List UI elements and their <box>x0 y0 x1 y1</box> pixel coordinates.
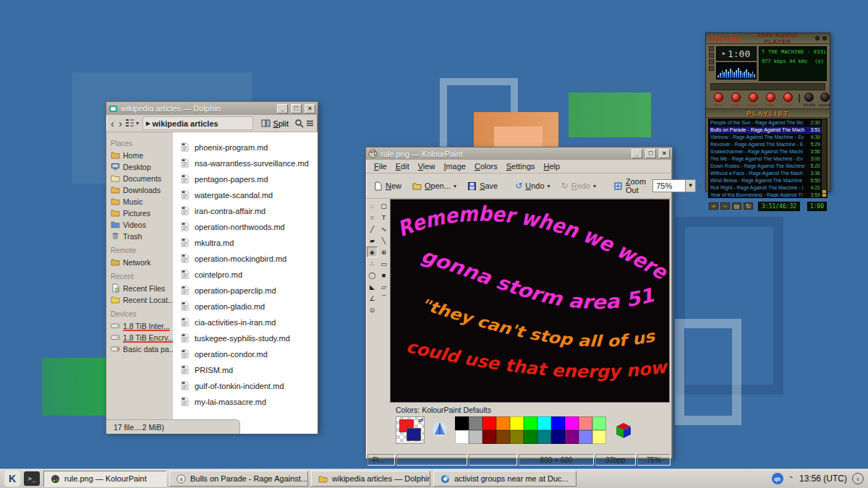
app-launcher-button[interactable]: K <box>4 471 20 487</box>
zoom-combo-caret-icon[interactable]: ▼ <box>685 180 695 192</box>
palette-swatch[interactable] <box>496 416 510 430</box>
taskbar-task[interactable]: activist groups near me at Duc... <box>433 471 576 487</box>
playlist-row[interactable]: Wind Below - Rage Against The Machine5:5… <box>709 177 822 184</box>
sidebar-item-trash[interactable]: Trash <box>111 231 173 242</box>
palette-swatch[interactable] <box>455 416 469 430</box>
file-item[interactable]: tuskegee-syphilis-study.md <box>180 330 318 346</box>
split-button[interactable]: Split <box>257 116 293 130</box>
palette-swatch[interactable] <box>482 416 496 430</box>
tool-ellipse[interactable]: ◯ <box>367 270 378 281</box>
file-item[interactable]: PRISM.md <box>180 362 318 378</box>
file-item[interactable]: pentagon-papers.md <box>180 171 318 187</box>
player-side-buttons[interactable] <box>709 46 714 81</box>
eject-button[interactable] <box>799 94 800 103</box>
menu-help[interactable]: Help <box>540 161 564 171</box>
pause-button[interactable]: pause <box>745 93 761 107</box>
tool-line[interactable]: ╱ <box>367 223 378 234</box>
file-item[interactable]: cointelpro.md <box>180 267 318 283</box>
palette-swatch[interactable] <box>510 430 524 444</box>
file-item[interactable]: gulf-of-tonkin-incident.md <box>180 378 318 394</box>
sidebar-item-basic-data-pa-[interactable]: Basic data pa... <box>111 343 173 355</box>
menu-image[interactable]: Image <box>440 161 469 171</box>
sidebar-item-music[interactable]: Music <box>111 196 173 207</box>
palette-swatch[interactable] <box>551 416 565 430</box>
file-item[interactable]: operation-condor.md <box>180 346 318 362</box>
tool-pen[interactable]: ╲ <box>378 235 389 246</box>
dolphin-close-button[interactable]: × <box>305 104 315 114</box>
playlist-row[interactable]: People of the Sun - Rage Against The Mc2… <box>709 119 822 127</box>
playlist-row[interactable]: Without a Face - Rage Against The Mach3:… <box>709 170 822 177</box>
sidebar-item-pictures[interactable]: Pictures <box>111 207 173 219</box>
sidebar-item-home[interactable]: Home <box>111 150 173 161</box>
palette-swatch[interactable] <box>579 416 592 430</box>
dolphin-window[interactable]: wikipedia articles — Dolphin _ □ × ‹ › ▾… <box>106 101 318 432</box>
playlist-row[interactable]: Down Rodeo - Rage Against The Machine5:2… <box>709 163 822 170</box>
playlist-row[interactable]: Tire Me - Rage Against The Machine - Ev3… <box>709 155 822 163</box>
taskbar-task[interactable]: rule.png — KolourPaint <box>43 471 166 487</box>
repeat-knob[interactable]: repeat <box>819 93 831 107</box>
sidebar-item--tib-inter-[interactable]: 1.8 TiB Inter... <box>111 320 173 332</box>
palette-swatch[interactable] <box>537 416 551 430</box>
file-item[interactable]: operation-paperclip.md <box>180 283 318 299</box>
tool-curve[interactable]: ∿ <box>378 223 389 234</box>
palette-swatch[interactable] <box>551 430 565 444</box>
qbittorrent-tray-icon[interactable]: qb <box>772 473 783 484</box>
forward-button[interactable]: › <box>117 117 124 130</box>
menu-edit[interactable]: Edit <box>392 161 413 171</box>
search-icon[interactable] <box>294 119 304 128</box>
list-button[interactable]: ▤ <box>732 202 741 210</box>
playlist-row[interactable]: Revolver - Rage Against The Machine - E5… <box>709 141 822 148</box>
playlist-row[interactable]: Year of tha Boomerang - Rage Against Tl3… <box>709 192 822 197</box>
sidebar-item-recent-locat-[interactable]: Recent Locat... <box>111 294 173 306</box>
kolourpaint-window[interactable]: rule.png — KolourPaint _ □ × FileEditVie… <box>365 147 673 459</box>
open-button[interactable]: Open... ▾ <box>408 179 461 193</box>
repeat-knob-dial[interactable] <box>820 93 830 102</box>
add-button[interactable]: + <box>709 202 718 210</box>
kolourpaint-titlebar[interactable]: rule.png — KolourPaint _ □ × <box>366 147 672 160</box>
sidebar-item-downloads[interactable]: Downloads <box>111 184 173 196</box>
dolphin-maximize-button[interactable]: □ <box>291 104 302 114</box>
misc-button[interactable]: ↻ <box>744 202 753 210</box>
hamburger-menu-icon[interactable] <box>305 119 315 128</box>
audio-player-window[interactable]: Dec-Em 2000 AUDIO PLAYER ▶ 1:00 T THE MA… <box>705 33 830 192</box>
palette-swatch[interactable] <box>482 430 496 444</box>
swap-colors-icon[interactable]: ⇄ <box>418 417 423 424</box>
sidebar-item-recent-files[interactable]: Recent Files <box>111 283 173 294</box>
sidebar-item-desktop[interactable]: Desktop <box>111 161 173 173</box>
view-mode-caret-icon[interactable]: ▾ <box>136 120 139 127</box>
palette-swatch[interactable] <box>592 430 606 444</box>
palette-swatch[interactable] <box>537 430 551 444</box>
zoom-level-combobox[interactable]: 75% ▼ <box>652 179 696 192</box>
kolourpaint-minimize-button[interactable]: _ <box>631 149 642 158</box>
menu-view[interactable]: View <box>414 161 439 171</box>
palette-swatch[interactable] <box>565 416 579 430</box>
back-button[interactable]: ‹ <box>109 117 116 130</box>
playlist-row[interactable]: Bulls on Parade - Rage Against The Mach3… <box>709 127 822 134</box>
playlist-header[interactable]: PLAYLIST <box>706 108 830 118</box>
player-shade-button[interactable] <box>815 36 820 40</box>
palette-swatch[interactable] <box>469 430 482 444</box>
file-item[interactable]: nsa-warrantless-surveillance.md <box>180 155 318 171</box>
tool-eraser[interactable]: ▰ <box>367 235 378 246</box>
menu-colors[interactable]: Colors <box>471 161 501 171</box>
sidebar-item-videos[interactable]: Videos <box>111 219 173 231</box>
palette-swatch[interactable] <box>524 430 537 444</box>
tool-connected-lines[interactable]: ∠ <box>367 293 378 304</box>
terminal-launcher-button[interactable]: >_ <box>24 471 40 486</box>
tray-expand-icon[interactable]: ⌃ <box>788 475 794 483</box>
palette-swatch[interactable] <box>510 416 524 430</box>
tool-rounded-rectangle[interactable]: ▱ <box>378 281 389 292</box>
tool-rectangle[interactable]: ■ <box>378 270 389 281</box>
player-titlebar[interactable]: Dec-Em 2000 AUDIO PLAYER <box>706 33 830 44</box>
playlist-row[interactable]: Vietnow - Rage Against The Machine - Ev4… <box>709 134 822 141</box>
new-button[interactable]: New <box>369 179 406 193</box>
save-button[interactable]: Save <box>463 179 502 193</box>
kolourpaint-canvas[interactable]: Remember when we weregonna storm area 51… <box>390 199 670 403</box>
redo-button[interactable]: ↻ Redo ▾ <box>557 179 600 193</box>
playlist-row[interactable]: Snakecharmer - Rage Against The Machi3:5… <box>709 148 822 155</box>
prev-button[interactable]: prev <box>710 93 726 107</box>
tool-zoom[interactable]: ⊙ <box>367 304 378 315</box>
tool-text[interactable]: T <box>378 212 389 223</box>
kolourpaint-close-button[interactable]: × <box>659 149 670 158</box>
tool-arc[interactable]: ⌒ <box>378 293 389 304</box>
